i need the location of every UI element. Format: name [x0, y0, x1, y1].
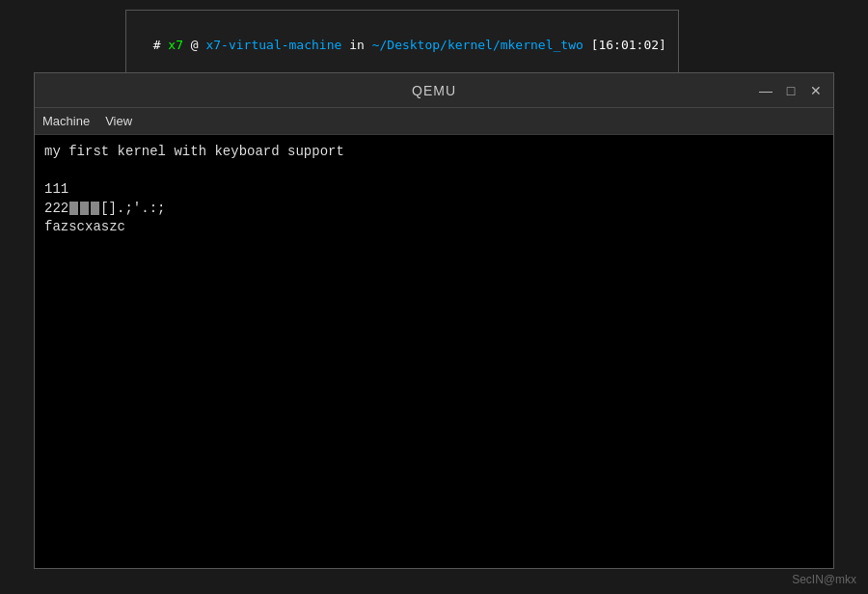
- close-button[interactable]: ✕: [806, 81, 826, 100]
- screen-line-blank: [44, 162, 824, 181]
- terminal-host: x7-virtual-machine: [205, 38, 341, 52]
- terminal-user: x7: [168, 38, 183, 52]
- qemu-window: QEMU — □ ✕ Machine View my first kernel …: [34, 72, 834, 569]
- qemu-menubar: Machine View: [35, 108, 833, 135]
- terminal-at: @: [183, 38, 205, 52]
- maximize-button[interactable]: □: [781, 81, 800, 100]
- screen-line-1: my first kernel with keyboard support: [44, 143, 824, 162]
- qemu-title: QEMU: [412, 83, 456, 98]
- cursor-block-1: [69, 202, 78, 215]
- qemu-window-controls: — □ ✕: [756, 81, 826, 100]
- screen-line-3: 111: [44, 180, 824, 200]
- terminal-in: in: [341, 38, 371, 52]
- minimize-button[interactable]: —: [756, 81, 775, 100]
- terminal-path: ~/Desktop/kernel/mkernel_two: [372, 38, 583, 52]
- screen-line-4: 222[].;'.:;: [44, 200, 824, 219]
- menu-machine[interactable]: Machine: [42, 114, 90, 128]
- screen-line-4-prefix: 222: [44, 201, 68, 216]
- qemu-screen[interactable]: my first kernel with keyboard support 11…: [35, 135, 833, 568]
- menu-view[interactable]: View: [105, 114, 132, 128]
- cursor-block-2: [80, 202, 89, 215]
- screen-line-5: fazscxaszc: [44, 218, 824, 237]
- screen-line-4-suffix: [].;'.:;: [100, 201, 165, 216]
- cursor-block-3: [91, 202, 99, 215]
- qemu-titlebar: QEMU — □ ✕: [35, 73, 833, 108]
- watermark: SecIN@mkx: [792, 573, 856, 586]
- terminal-time: [16:01:02]: [591, 38, 666, 52]
- terminal-hash: #: [153, 38, 169, 52]
